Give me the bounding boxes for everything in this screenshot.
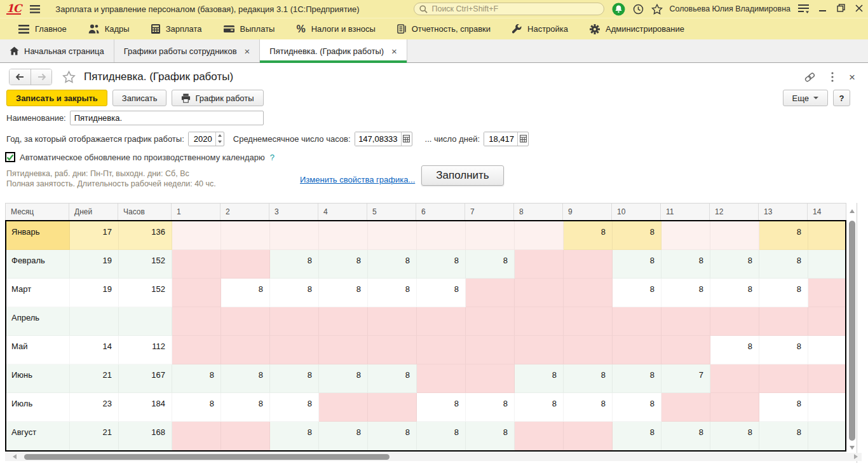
day-cell[interactable]: 8: [613, 364, 661, 393]
day-cell[interactable]: [417, 221, 466, 250]
day-cell[interactable]: [759, 307, 808, 336]
service-menu-icon[interactable]: [798, 4, 809, 14]
days-cell[interactable]: 17: [70, 221, 119, 250]
day-cell[interactable]: 8: [368, 364, 417, 393]
day-cell[interactable]: 8: [759, 279, 808, 307]
day-cell[interactable]: [172, 279, 221, 307]
day-cell[interactable]: [564, 307, 613, 336]
day-cell[interactable]: [319, 336, 368, 364]
month-cell[interactable]: Август: [6, 422, 70, 450]
month-cell[interactable]: Март: [6, 279, 70, 307]
save-button[interactable]: Записать: [112, 90, 167, 106]
day-cell[interactable]: [172, 336, 221, 364]
restore-icon[interactable]: [837, 4, 845, 14]
day-cell[interactable]: 8: [172, 393, 221, 422]
vertical-scrollbar[interactable]: [848, 204, 856, 463]
global-search[interactable]: [414, 3, 604, 15]
day-cell[interactable]: 8: [319, 279, 368, 307]
scroll-down-icon[interactable]: [850, 446, 855, 452]
day-cell[interactable]: 8: [613, 250, 661, 279]
fill-button[interactable]: Заполнить: [421, 165, 504, 186]
day-cell[interactable]: [368, 221, 417, 250]
column-header[interactable]: 6: [416, 204, 465, 220]
history-icon[interactable]: [633, 4, 644, 15]
day-cell[interactable]: 8: [221, 364, 270, 393]
day-cell[interactable]: 8: [270, 250, 319, 279]
day-cell[interactable]: 8: [515, 393, 564, 422]
day-cell[interactable]: 8: [661, 250, 710, 279]
hours-cell[interactable]: 152: [119, 279, 172, 307]
days-cell[interactable]: 19: [70, 250, 119, 279]
day-cell[interactable]: 8: [515, 364, 564, 393]
menu-item-personnel[interactable]: Кадры: [78, 18, 140, 39]
day-cell[interactable]: [808, 422, 846, 450]
day-cell[interactable]: [417, 364, 466, 393]
avg-days-input[interactable]: [484, 132, 517, 146]
table-row-june[interactable]: Июнь21167888888887: [6, 364, 846, 393]
month-cell[interactable]: Апрель: [6, 307, 70, 336]
day-cell[interactable]: [466, 364, 515, 393]
favorites-star-icon[interactable]: [651, 4, 663, 15]
menu-item-main[interactable]: Главное: [8, 18, 78, 39]
day-cell[interactable]: 8: [710, 422, 759, 450]
day-cell[interactable]: [172, 422, 221, 450]
day-cell[interactable]: 8: [319, 250, 368, 279]
day-cell[interactable]: 8: [368, 422, 417, 450]
day-cell[interactable]: [221, 336, 270, 364]
day-cell[interactable]: [172, 221, 221, 250]
day-cell[interactable]: [466, 307, 515, 336]
day-cell[interactable]: [710, 221, 759, 250]
table-row-march[interactable]: Март19152888888888: [6, 279, 846, 307]
calculator-icon[interactable]: [401, 132, 412, 146]
menu-item-payments[interactable]: Выплаты: [213, 18, 286, 39]
day-cell[interactable]: 8: [466, 393, 515, 422]
hours-cell[interactable]: 167: [119, 364, 172, 393]
day-cell[interactable]: [710, 307, 759, 336]
column-header[interactable]: 12: [710, 204, 759, 220]
forward-button[interactable]: [31, 69, 51, 85]
table-row-july[interactable]: Июль23184888888888: [6, 393, 846, 422]
day-cell[interactable]: 8: [661, 279, 710, 307]
day-cell[interactable]: 8: [759, 250, 808, 279]
day-cell[interactable]: [710, 364, 759, 393]
day-cell[interactable]: [808, 393, 846, 422]
auto-update-checkbox[interactable]: [5, 152, 15, 162]
day-cell[interactable]: [564, 279, 613, 307]
day-cell[interactable]: 8: [417, 250, 466, 279]
table-row-january[interactable]: Январь17136888: [6, 221, 846, 250]
day-cell[interactable]: [417, 307, 466, 336]
column-header[interactable]: Месяц: [6, 204, 69, 220]
day-cell[interactable]: 8: [319, 422, 368, 450]
column-header[interactable]: Часов: [118, 204, 172, 220]
day-cell[interactable]: [661, 307, 710, 336]
day-cell[interactable]: [466, 221, 515, 250]
month-cell[interactable]: Июнь: [6, 364, 70, 393]
day-cell[interactable]: [368, 307, 417, 336]
day-cell[interactable]: 8: [270, 279, 319, 307]
column-header[interactable]: 7: [465, 204, 514, 220]
day-cell[interactable]: 8: [613, 279, 661, 307]
day-cell[interactable]: [710, 393, 759, 422]
day-cell[interactable]: [613, 307, 661, 336]
edit-properties-link[interactable]: Изменить свойства графика...: [300, 175, 415, 184]
spin-up-icon[interactable]: [216, 132, 224, 139]
column-header[interactable]: 4: [318, 204, 367, 220]
day-cell[interactable]: [515, 221, 564, 250]
day-cell[interactable]: [319, 307, 368, 336]
save-close-button[interactable]: Записать и закрыть: [6, 90, 107, 106]
day-cell[interactable]: 8: [564, 221, 613, 250]
day-cell[interactable]: [564, 422, 613, 450]
tab-five-day[interactable]: Пятидневка. (График работы)×: [260, 39, 407, 62]
day-cell[interactable]: 8: [417, 279, 466, 307]
days-cell[interactable]: 23: [70, 393, 119, 422]
day-cell[interactable]: [368, 336, 417, 364]
day-cell[interactable]: 8: [759, 336, 808, 364]
day-cell[interactable]: 8: [368, 279, 417, 307]
more-dots-icon[interactable]: [831, 72, 834, 82]
day-cell[interactable]: [221, 250, 270, 279]
day-cell[interactable]: [661, 336, 710, 364]
day-cell[interactable]: 8: [466, 250, 515, 279]
year-input[interactable]: [189, 132, 215, 146]
day-cell[interactable]: [368, 393, 417, 422]
menu-item-settings[interactable]: Настройка: [501, 18, 579, 39]
